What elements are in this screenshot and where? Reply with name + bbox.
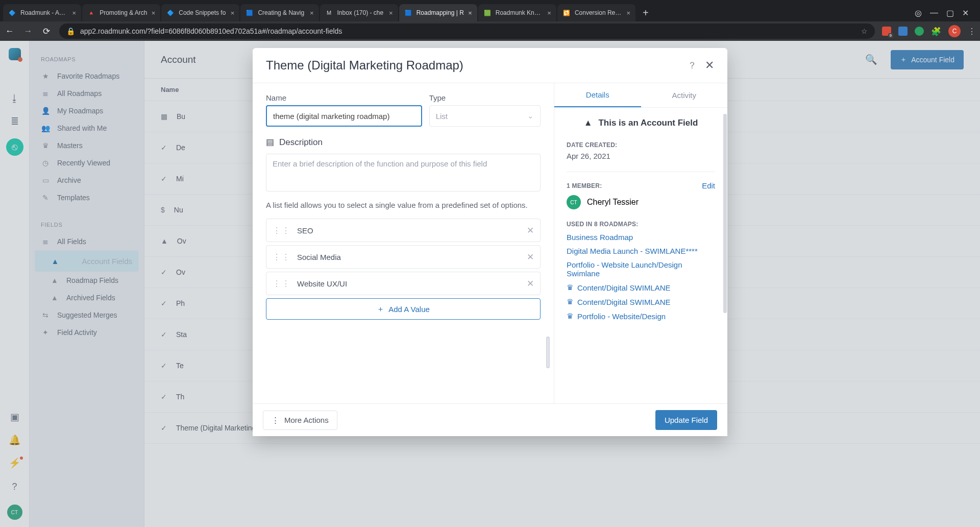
remove-value-icon[interactable]: ✕ xyxy=(527,278,534,289)
tab-details[interactable]: Details xyxy=(554,83,641,107)
tab-favicon: M xyxy=(325,9,333,17)
details-scrollbar[interactable] xyxy=(723,114,727,313)
close-window-icon[interactable]: ✕ xyxy=(962,8,969,18)
lock-icon: 🔒 xyxy=(66,27,75,35)
back-button[interactable]: ← xyxy=(4,26,15,36)
browser-tab[interactable]: MInbox (170) - che× xyxy=(320,4,398,21)
tab-favicon: 🟦 xyxy=(404,9,412,17)
list-value-row[interactable]: ⋮⋮SEO✕ xyxy=(266,219,541,242)
modal-header: Theme (Digital Marketing Roadmap) ？ ✕ xyxy=(253,48,727,83)
remove-value-icon[interactable]: ✕ xyxy=(527,225,534,236)
edit-members-link[interactable]: Edit xyxy=(702,181,715,190)
tab-close-icon[interactable]: × xyxy=(72,9,77,17)
add-value-button[interactable]: ＋ Add A Value xyxy=(266,298,541,320)
tab-favicon: 🔁 xyxy=(562,9,571,17)
kebab-icon: ⋮ xyxy=(272,416,279,425)
crown-icon: ♛ xyxy=(567,297,573,306)
date-created-label: DATE CREATED: xyxy=(567,141,715,149)
tab-favicon: 🔷 xyxy=(166,9,175,17)
roadmap-link[interactable]: Business Roadmap xyxy=(567,233,715,242)
drag-handle-icon[interactable]: ⋮⋮ xyxy=(273,252,291,262)
extension-3-icon[interactable] xyxy=(915,27,924,36)
member-row: CT Cheryl Tessier xyxy=(567,195,715,209)
tab-title: Roadmunk - Agen xyxy=(20,9,68,16)
url-text: app2.roadmunk.com/?field=6086f8d060b8910… xyxy=(80,27,342,35)
drag-handle-icon[interactable]: ⋮⋮ xyxy=(273,279,291,289)
name-input[interactable] xyxy=(266,105,422,127)
tab-title: Promoting & Arch xyxy=(100,9,148,16)
minimize-icon[interactable]: — xyxy=(930,8,938,17)
date-created-value: Apr 26, 2021 xyxy=(567,152,715,160)
browser-tab[interactable]: 🟦Roadmapping | R× xyxy=(399,4,477,21)
more-actions-button[interactable]: ⋮ More Actions xyxy=(263,411,337,430)
tab-title: Creating & Navig xyxy=(258,9,306,16)
modal-right-pane: Details Activity ▲ This is an Account Fi… xyxy=(554,83,727,403)
extensions-icon[interactable]: 🧩 xyxy=(931,27,941,36)
tab-close-icon[interactable]: × xyxy=(547,9,551,17)
browser-tab[interactable]: 🔷Code Snippets fo× xyxy=(161,4,239,21)
tab-close-icon[interactable]: × xyxy=(231,9,235,17)
tab-favicon: 🔺 xyxy=(87,9,95,17)
browser-tab[interactable]: 🔷Roadmunk - Agen× xyxy=(3,4,81,21)
list-value-text: Website UX/UI xyxy=(297,279,521,288)
modal-left-pane: Name Type List ⌄ ▤ Descr xyxy=(253,83,554,403)
forward-button[interactable]: → xyxy=(22,26,34,36)
modal-title: Theme (Digital Marketing Roadmap) xyxy=(266,58,463,73)
new-tab-button[interactable]: + xyxy=(636,5,655,21)
list-value-text: Social Media xyxy=(297,253,521,261)
type-select[interactable]: List ⌄ xyxy=(429,105,541,127)
list-value-row[interactable]: ⋮⋮Website UX/UI✕ xyxy=(266,272,541,295)
values-scrollbar[interactable] xyxy=(546,337,550,368)
browser-tab[interactable]: 🔺Promoting & Arch× xyxy=(82,4,160,21)
field-edit-modal: Theme (Digital Marketing Roadmap) ？ ✕ Na… xyxy=(253,48,727,436)
tab-close-icon[interactable]: × xyxy=(152,9,156,17)
tab-activity[interactable]: Activity xyxy=(641,83,728,107)
member-avatar: CT xyxy=(567,195,581,209)
tab-title: Roadmunk Knowl xyxy=(496,9,544,16)
tab-favicon: 🔷 xyxy=(8,9,16,17)
tab-close-icon[interactable]: × xyxy=(468,9,472,17)
tab-title: Roadmapping | R xyxy=(416,9,464,16)
roadmap-link[interactable]: Portfolio - Website Launch/Design Swimla… xyxy=(567,260,715,278)
tab-favicon: 🟦 xyxy=(246,9,254,17)
tab-close-icon[interactable]: × xyxy=(626,9,630,17)
address-bar-row: ← → ⟳ 🔒 app2.roadmunk.com/?field=6086f8d… xyxy=(0,21,980,41)
roadmap-link[interactable]: ♛Content/Digital SWIMLANE xyxy=(567,297,715,306)
roadmap-link[interactable]: ♛Portfolio - Website/Design xyxy=(567,312,715,321)
tab-favicon: 🟩 xyxy=(483,9,492,17)
tab-close-icon[interactable]: × xyxy=(389,9,393,17)
tab-title: Conversion Result xyxy=(575,9,623,16)
chrome-menu-icon[interactable]: ⋮ xyxy=(968,27,976,36)
profile-avatar[interactable]: C xyxy=(948,25,961,37)
tab-title: Code Snippets fo xyxy=(179,9,227,16)
account-field-icon: ▲ xyxy=(584,118,593,128)
modal-close-icon[interactable]: ✕ xyxy=(705,59,714,72)
remove-value-icon[interactable]: ✕ xyxy=(527,252,534,262)
crown-icon: ♛ xyxy=(567,283,573,292)
address-bar[interactable]: 🔒 app2.roadmunk.com/?field=6086f8d060b89… xyxy=(59,23,875,39)
cast-icon[interactable]: ◎ xyxy=(915,8,922,18)
member-count-label: 1 MEMBER: xyxy=(567,182,602,189)
used-in-label: USED IN 8 ROADMAPS: xyxy=(567,221,715,228)
type-label: Type xyxy=(429,93,541,102)
reload-button[interactable]: ⟳ xyxy=(41,26,52,37)
browser-tab[interactable]: 🟦Creating & Navig× xyxy=(240,4,318,21)
extension-1-icon[interactable]: 9 xyxy=(882,27,891,36)
tab-close-icon[interactable]: × xyxy=(310,9,314,17)
list-value-row[interactable]: ⋮⋮Social Media✕ xyxy=(266,245,541,269)
chevron-down-icon: ⌄ xyxy=(527,111,534,121)
modal-tabs: Details Activity xyxy=(554,83,727,108)
maximize-icon[interactable]: ▢ xyxy=(946,8,954,18)
description-input[interactable]: Enter a brief description of the functio… xyxy=(266,154,541,191)
browser-tab[interactable]: 🔁Conversion Result× xyxy=(557,4,635,21)
name-label: Name xyxy=(266,93,422,102)
roadmap-link[interactable]: Digital Media Launch - SWIMLANE**** xyxy=(567,247,715,255)
update-field-button[interactable]: Update Field xyxy=(655,410,717,430)
modal-help-icon[interactable]: ？ xyxy=(688,59,697,71)
bookmark-icon[interactable]: ☆ xyxy=(861,27,868,35)
browser-tab-bar: 🔷Roadmunk - Agen×🔺Promoting & Arch×🔷Code… xyxy=(0,0,980,21)
roadmap-link[interactable]: ♛Content/Digital SWIMLANE xyxy=(567,283,715,292)
drag-handle-icon[interactable]: ⋮⋮ xyxy=(273,226,291,235)
browser-tab[interactable]: 🟩Roadmunk Knowl× xyxy=(478,4,556,21)
extension-2-icon[interactable] xyxy=(898,27,908,36)
